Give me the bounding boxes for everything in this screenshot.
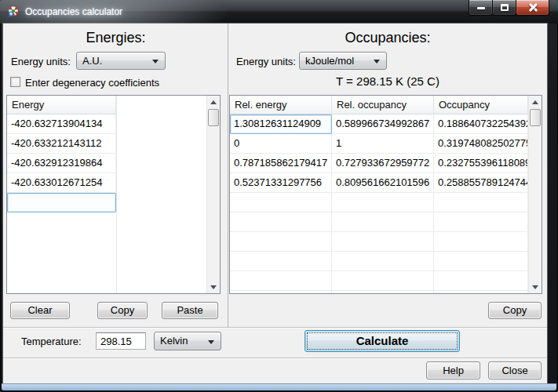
occupancies-scrollbar[interactable]: [528, 96, 542, 293]
degeneracy-checkbox-label: Enter degeneracy coefficients: [25, 77, 159, 89]
window-controls: [469, 0, 549, 16]
temperature-label: Temperature:: [21, 336, 82, 347]
energies-heading: Energies:: [3, 30, 228, 46]
scrollbar-thumb[interactable]: [208, 109, 219, 126]
help-button[interactable]: Help: [426, 361, 480, 379]
table-cell[interactable]: [332, 252, 434, 271]
maximize-icon: [501, 4, 509, 11]
table-cell[interactable]: [434, 212, 528, 232]
window-title: Occupancies calculator: [25, 6, 122, 17]
close-button[interactable]: Close: [488, 361, 542, 379]
close-window-button[interactable]: [516, 0, 549, 16]
titlebar[interactable]: Occupancies calculator: [0, 0, 558, 24]
scroll-up-icon[interactable]: [529, 96, 542, 108]
temperature-units-value: Kelvin: [160, 335, 188, 347]
energy-units-value-right: kJoule/mol: [305, 55, 354, 67]
table-cell[interactable]: [230, 193, 332, 212]
energy-cell[interactable]: -420.633012671254: [7, 173, 116, 193]
table-cell[interactable]: 0.188640732254392: [434, 114, 528, 134]
separator: [3, 358, 547, 358]
energy-column: Energy -420.632713904134 -420.6332121431…: [7, 96, 117, 293]
table-cell[interactable]: 0: [230, 134, 332, 154]
scroll-down-icon[interactable]: [529, 281, 542, 293]
occupancies-table[interactable]: Rel. energy Rel. occupancy Occupancy 1.3…: [229, 95, 542, 294]
table-cell[interactable]: [434, 232, 528, 252]
table-cell[interactable]: [332, 193, 434, 212]
close-icon: [529, 3, 538, 12]
energy-cell[interactable]: -420.632713904134: [7, 114, 116, 134]
occupancies-heading: Occupancies:: [228, 30, 547, 46]
table-cell[interactable]: [230, 212, 332, 232]
table-cell[interactable]: [332, 232, 434, 252]
table-cell[interactable]: [434, 252, 528, 271]
table-cell[interactable]: 0.52371331297756: [230, 173, 332, 193]
energy-units-label-right: Energy units:: [236, 56, 296, 67]
energy-cell[interactable]: -420.633212143112: [7, 134, 116, 154]
calculate-button[interactable]: Calculate: [305, 330, 460, 352]
table-cell[interactable]: 1.30812631124909: [230, 114, 332, 134]
panel-divider: [228, 24, 228, 327]
table-cell[interactable]: [230, 291, 332, 294]
chevron-down-icon: [374, 60, 380, 64]
table-cell[interactable]: [332, 212, 434, 232]
degeneracy-checkbox[interactable]: [10, 77, 20, 87]
table-cell[interactable]: [230, 271, 332, 291]
maximize-button[interactable]: [492, 0, 516, 16]
chevron-down-icon: [208, 340, 214, 344]
occupancy-header: Occupancy: [434, 96, 528, 114]
table-cell[interactable]: [230, 252, 332, 271]
table-cell[interactable]: 0.258855789124744: [434, 173, 528, 193]
energy-units-value-left: A.U.: [82, 55, 102, 67]
table-cell[interactable]: [332, 271, 434, 291]
scroll-up-icon[interactable]: [207, 96, 221, 108]
scroll-down-icon[interactable]: [207, 281, 221, 293]
table-cell[interactable]: 0.232755396118089: [434, 154, 528, 173]
occupancies-calculator-window: Occupancies calculator Energies: Energy …: [0, 0, 558, 392]
table-cell[interactable]: [434, 193, 528, 212]
table-cell[interactable]: 0.319748082502775: [434, 134, 528, 154]
separator: [3, 327, 547, 328]
rel-occupancy-header: Rel. occupancy: [332, 96, 434, 114]
scrollbar-thumb[interactable]: [530, 109, 541, 126]
energy-cell[interactable]: -420.632912319864: [7, 154, 116, 173]
table-cell[interactable]: [332, 291, 434, 294]
table-cell[interactable]: 0.589966734992867: [332, 114, 434, 134]
table-cell[interactable]: [434, 291, 528, 294]
energy-units-label-left: Energy units:: [11, 56, 71, 67]
copy-occupancies-button[interactable]: Copy: [488, 302, 542, 319]
chevron-down-icon: [152, 60, 159, 64]
app-icon: [7, 5, 20, 18]
dialog-client-area: Energies: Energy units: A.U. Enter degen…: [3, 24, 547, 383]
table-cell[interactable]: [434, 271, 528, 291]
temperature-input[interactable]: [96, 332, 146, 350]
table-cell[interactable]: 1: [332, 134, 434, 154]
temperature-display: T = 298.15 K (25 C): [228, 74, 547, 88]
energy-units-select-right[interactable]: kJoule/mol: [299, 52, 387, 70]
energy-units-select-left[interactable]: A.U.: [76, 52, 166, 70]
rel-energy-header: Rel. energy: [230, 96, 332, 114]
table-cell[interactable]: [230, 232, 332, 252]
table-cell[interactable]: 0.727933672959772: [332, 154, 434, 173]
minimize-icon: [477, 7, 485, 9]
window-bottom-frame: [2, 383, 556, 390]
table-cell[interactable]: 0.809561662101596: [332, 173, 434, 193]
table-cell[interactable]: 0.787185862179417: [230, 154, 332, 173]
temperature-units-select[interactable]: Kelvin: [154, 332, 221, 350]
minimize-button[interactable]: [469, 0, 493, 16]
copy-energies-button[interactable]: Copy: [97, 302, 148, 319]
energy-column-header: Energy: [7, 96, 116, 114]
energy-entry-cell[interactable]: [7, 193, 116, 212]
paste-button[interactable]: Paste: [162, 302, 218, 319]
clear-button[interactable]: Clear: [10, 302, 70, 319]
energies-table[interactable]: Energy -420.632713904134 -420.6332121431…: [6, 95, 221, 294]
occupancies-grid: Rel. energy Rel. occupancy Occupancy 1.3…: [230, 96, 528, 293]
energies-scrollbar[interactable]: [206, 96, 220, 293]
